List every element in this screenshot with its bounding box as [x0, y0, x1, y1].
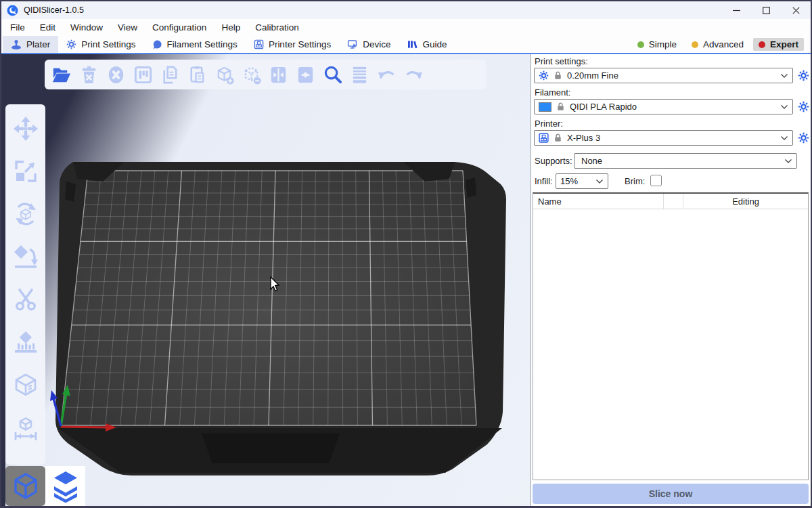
maximize-button[interactable]	[751, 1, 781, 19]
arrange-icon[interactable]	[133, 64, 154, 85]
menu-file[interactable]: File	[3, 20, 32, 35]
mouse-cursor	[269, 276, 283, 293]
mode-label: Expert	[770, 39, 798, 49]
menu-window[interactable]: Window	[63, 20, 110, 35]
tab-printer-settings[interactable]: Printer Settings	[246, 36, 339, 53]
mode-simple[interactable]: Simple	[632, 38, 682, 51]
gear-icon	[539, 70, 549, 81]
remove-instance-icon[interactable]	[241, 64, 262, 85]
tab-label: Plater	[26, 39, 50, 49]
infill-combo[interactable]: 15%	[556, 173, 608, 189]
plater-icon	[11, 39, 22, 50]
mode-advanced[interactable]: Advanced	[686, 38, 749, 51]
add-instance-icon[interactable]	[214, 64, 235, 85]
object-list-header: Name Editing	[533, 194, 808, 209]
title-bar: QIDISlicer-1.0.5	[1, 1, 811, 19]
brim-checkbox[interactable]	[650, 175, 662, 186]
tab-label: Guide	[422, 39, 447, 49]
slice-now-button[interactable]: Slice now	[533, 484, 809, 504]
sidebar: Print settings: 0.20mm Fine Filament: QI…	[531, 54, 811, 506]
view-3d-editor-button[interactable]	[5, 466, 45, 506]
chevron-down-icon	[780, 72, 788, 79]
filament-value: QIDI PLA Rapido	[570, 102, 776, 112]
printer-combo[interactable]: X-Plus 3	[534, 130, 793, 146]
print-settings-label: Print settings:	[535, 56, 588, 67]
menu-view[interactable]: View	[110, 20, 145, 35]
open-icon[interactable]	[51, 64, 72, 85]
split-to-objects-icon[interactable]	[268, 64, 289, 85]
print-settings-gear-icon	[66, 39, 76, 49]
measure-icon[interactable]	[12, 414, 39, 441]
gizmo-toolbar	[5, 104, 45, 465]
chevron-down-icon	[780, 104, 788, 110]
lock-icon	[553, 70, 563, 81]
filament-label: Filament:	[535, 87, 570, 98]
tab-print-settings[interactable]: Print Settings	[58, 36, 143, 53]
seam-icon[interactable]	[12, 371, 39, 398]
chevron-down-icon	[780, 135, 788, 141]
menu-configuration[interactable]: Configuration	[145, 20, 214, 35]
chevron-down-icon	[595, 178, 604, 184]
brim-label: Brim:	[625, 176, 645, 187]
view-preview-button[interactable]	[45, 466, 85, 506]
mode-selector: Simple Advanced Expert	[632, 36, 811, 53]
menu-calibration[interactable]: Calibration	[248, 20, 307, 35]
mode-label: Advanced	[703, 39, 744, 49]
printer-label: Printer:	[535, 119, 563, 129]
maximize-icon	[763, 7, 770, 14]
chevron-down-icon	[784, 158, 792, 164]
tab-label: Device	[363, 39, 390, 49]
print-settings-combo[interactable]: 0.20mm Fine	[534, 68, 793, 83]
minimize-icon	[733, 7, 740, 14]
variable-layer-height-icon[interactable]	[349, 64, 370, 85]
menu-edit[interactable]: Edit	[32, 20, 63, 35]
infill-label: Infill:	[535, 176, 553, 187]
cut-icon[interactable]	[12, 286, 39, 313]
gear-icon	[798, 70, 809, 81]
infill-value: 15%	[560, 176, 591, 186]
scale-icon[interactable]	[12, 158, 39, 185]
paste-icon[interactable]	[187, 64, 208, 85]
redo-icon[interactable]	[403, 64, 424, 85]
filament-combo[interactable]: QIDI PLA Rapido	[534, 99, 793, 114]
lock-icon	[556, 102, 566, 112]
guide-books-icon	[407, 39, 418, 49]
place-on-face-icon[interactable]	[12, 243, 39, 270]
cube-3d-icon	[11, 471, 41, 501]
object-list[interactable]: Name Editing	[533, 192, 809, 480]
menu-help[interactable]: Help	[214, 20, 248, 35]
tab-plater[interactable]: Plater	[3, 36, 58, 53]
expert-dot-icon	[759, 41, 765, 48]
printer-edit-button[interactable]	[796, 130, 810, 146]
gear-icon	[798, 101, 809, 112]
printer-value: X-Plus 3	[567, 133, 776, 143]
undo-icon[interactable]	[376, 64, 397, 85]
search-icon[interactable]	[322, 64, 343, 85]
filament-edit-button[interactable]	[796, 99, 810, 114]
delete-all-icon[interactable]	[106, 64, 127, 85]
paint-supports-icon[interactable]	[12, 329, 39, 356]
mode-label: Simple	[649, 39, 677, 49]
copy-icon[interactable]	[160, 64, 181, 85]
move-icon[interactable]	[12, 115, 39, 142]
gear-icon	[798, 132, 809, 144]
delete-icon[interactable]	[78, 64, 99, 85]
column-name: Name	[533, 196, 663, 207]
split-to-parts-icon[interactable]	[295, 64, 316, 85]
print-settings-edit-button[interactable]	[796, 68, 810, 83]
simple-dot-icon	[637, 41, 644, 48]
viewport-3d[interactable]	[1, 54, 531, 506]
print-bed	[1, 54, 531, 506]
close-button[interactable]	[781, 1, 811, 19]
printer-icon	[539, 133, 549, 143]
supports-combo[interactable]: None	[574, 153, 797, 169]
tab-device[interactable]: Device	[339, 36, 399, 53]
tab-bar: Plater Print Settings Filament Settings …	[1, 36, 811, 54]
minimize-button[interactable]	[721, 1, 751, 19]
tab-filament-settings[interactable]: Filament Settings	[144, 36, 246, 53]
window-title: QIDISlicer-1.0.5	[24, 5, 84, 15]
mode-expert[interactable]: Expert	[753, 38, 804, 51]
rotate-icon[interactable]	[12, 200, 39, 228]
tab-guide[interactable]: Guide	[399, 36, 455, 53]
plater-toolbar	[45, 60, 486, 89]
